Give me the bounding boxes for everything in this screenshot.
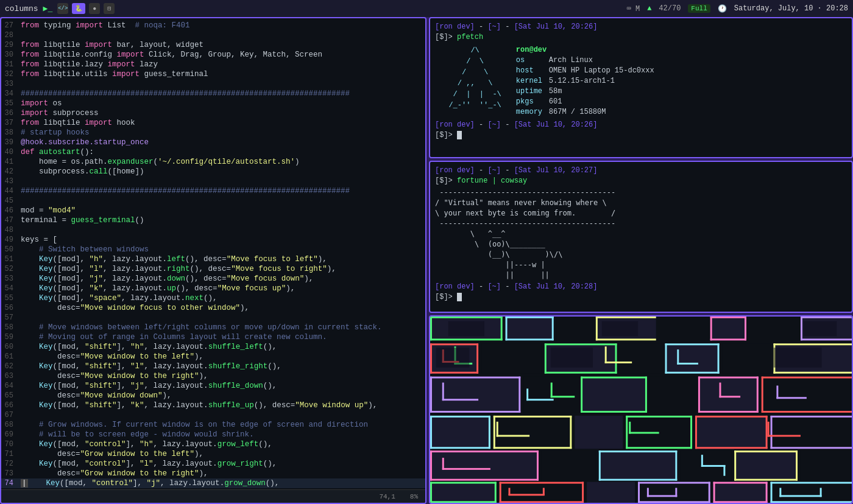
svg-rect-159 (768, 435, 801, 437)
svg-rect-19 (596, 338, 656, 340)
svg-rect-129 (638, 501, 710, 503)
svg-rect-118 (771, 482, 852, 503)
svg-rect-101 (430, 450, 539, 452)
terminal-pfetch[interactable]: [ron dev] - [~] - [Sat Jul 10, 20:26] [$… (429, 17, 853, 158)
term1-prompt2: [ron dev] - [~] - [Sat Jul 10, 20:26] (435, 120, 847, 130)
battery-pct: 42/70 (659, 4, 681, 13)
svg-rect-41 (615, 343, 617, 373)
svg-rect-30 (620, 343, 662, 373)
svg-rect-71 (494, 416, 572, 449)
svg-rect-48 (773, 372, 852, 374)
svg-rect-72 (575, 416, 623, 449)
svg-rect-131 (713, 482, 768, 484)
svg-rect-160 (720, 383, 721, 398)
svg-rect-171 (509, 494, 545, 495)
svg-rect-150 (497, 422, 498, 437)
icon-4[interactable]: ⊟ (104, 3, 115, 14)
topbar: columns ▶_ </> 🐍 ● ⊟ ⌨ M ▲ 42/70 Full 🕐 … (0, 0, 853, 17)
code-line-41: 41 home = os.path.expanduser('~/.config/… (1, 157, 425, 167)
svg-rect-43 (665, 343, 667, 373)
code-line-63: 63 desc="Move window to the right"), (1, 371, 425, 381)
term2-cmd-line: [$]> fortune | cowsay (435, 176, 847, 186)
code-line-64: 64 Key([mod, "shift"], "j", lazy.layout.… (1, 381, 425, 391)
svg-rect-26 (801, 338, 852, 340)
svg-rect-82 (494, 447, 572, 449)
code-line-37: 37 from libqtile import hook (1, 118, 425, 128)
svg-rect-181 (773, 348, 821, 368)
code-line-65: 65 desc="Move window down"), (1, 391, 425, 401)
code-line-47: 47 terminal = guess_terminal() (1, 215, 425, 225)
code-line-30: 30 from libqtile.config import Click, Dr… (1, 50, 425, 60)
svg-rect-144 (677, 349, 679, 365)
svg-rect-45 (718, 343, 720, 373)
icon-3[interactable]: ● (89, 3, 100, 14)
wifi-icon: ▲ (647, 4, 651, 13)
svg-rect-106 (599, 450, 601, 480)
terminal-icon: ▶_ (43, 4, 53, 13)
svg-rect-166 (723, 465, 725, 476)
topbar-left: columns ▶_ </> 🐍 ● ⊟ (5, 3, 115, 14)
svg-rect-79 (489, 416, 490, 449)
pfetch-uptime: uptime 58m (516, 86, 654, 97)
editor-panel[interactable]: 27 from typing import List # noqa: F401 … (0, 17, 426, 504)
svg-rect-66 (757, 377, 759, 413)
svg-rect-86 (626, 447, 692, 449)
code-line-60: 60 Key([mod, "shift"], "h", lazy.layout.… (1, 342, 425, 352)
code-line-57: 57 (1, 313, 425, 323)
code-line-70: 70 Key([mod, "control"], "h", lazy.layou… (1, 439, 425, 449)
code-line-43: 43 (1, 177, 425, 186)
svg-rect-3 (557, 317, 593, 340)
svg-rect-64 (698, 377, 700, 413)
svg-rect-114 (500, 482, 584, 503)
code-line-74: 74 | Key([mod, "control"], "j", lazy.lay… (1, 478, 425, 488)
svg-rect-69 (762, 411, 852, 413)
svg-rect-91 (766, 416, 768, 449)
svg-rect-37 (476, 343, 478, 373)
svg-rect-81 (494, 416, 495, 449)
svg-rect-180 (551, 348, 593, 368)
svg-rect-123 (500, 482, 584, 484)
svg-rect-176 (448, 321, 484, 337)
pfetch-kernel: kernel 5.12.15-arch1-1 (516, 76, 654, 86)
svg-rect-97 (599, 450, 678, 480)
icon-2[interactable]: 🐍 (72, 3, 85, 14)
svg-rect-60 (581, 377, 582, 413)
editor-content[interactable]: 27 from typing import List # noqa: F401 … (1, 18, 425, 488)
svg-rect-126 (582, 482, 584, 503)
svg-rect-175 (820, 488, 822, 497)
code-line-27: 27 from typing import List # noqa: F401 (1, 21, 425, 30)
code-line-48: 48 (1, 225, 425, 235)
svg-rect-84 (626, 416, 692, 418)
code-line-51: 51 Key([mod], "h", lazy.layout.left(), d… (1, 254, 425, 264)
cursor-position: 74,1 (379, 493, 395, 500)
code-line-44: 44 #####################################… (1, 186, 425, 196)
svg-rect-163 (442, 468, 490, 470)
svg-rect-152 (442, 383, 444, 401)
code-line-72: 72 Key([mod, "control"], "l", lazy.layou… (1, 459, 425, 469)
terminal-cowsay[interactable]: [ron dev] - [~] - [Sat Jul 10, 20:27] [$… (429, 161, 853, 313)
svg-rect-31 (665, 343, 720, 373)
svg-rect-78 (430, 447, 490, 449)
topbar-icons: </> 🐍 ● ⊟ (57, 3, 115, 14)
code-line-69: 69 # will be to screen edge - window wou… (1, 430, 425, 439)
svg-rect-89 (695, 416, 697, 449)
code-line-42: 42 subprocess.call([home]) (1, 167, 425, 177)
pfetch-os: os Arch Linux (516, 55, 654, 66)
svg-rect-135 (771, 482, 852, 484)
svg-rect-147 (526, 399, 553, 401)
svg-rect-85 (626, 416, 628, 449)
maze-panel (429, 315, 853, 504)
code-line-59: 59 # Moving out of range in Columns layo… (1, 332, 425, 342)
svg-rect-80 (494, 416, 572, 418)
svg-rect-74 (695, 416, 768, 449)
svg-rect-92 (771, 416, 852, 418)
code-line-31: 31 from libqtile.lazy import lazy (1, 60, 425, 69)
svg-rect-155 (776, 397, 806, 399)
svg-rect-153 (442, 399, 478, 401)
svg-rect-6 (710, 317, 746, 340)
icon-1[interactable]: </> (57, 3, 68, 14)
svg-rect-107 (599, 479, 678, 481)
pfetch-output: /\ / \ / \ / ,, \ / | | -\ /_-'' ''_-\ r… (435, 43, 847, 120)
code-line-28: 28 (1, 30, 425, 40)
code-line-67: 67 (1, 410, 425, 420)
